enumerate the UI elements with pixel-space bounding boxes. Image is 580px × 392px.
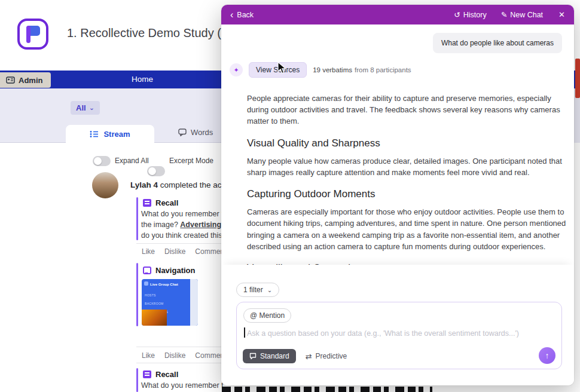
advertising-link[interactable]: Advertising — [180, 220, 221, 229]
back-button[interactable]: ‹ Back — [230, 10, 254, 20]
recall-line: What do you remember f — [141, 210, 230, 218]
post-actions: Like Dislike Comment — [142, 247, 226, 256]
arrow-up-icon: ↑ — [545, 351, 550, 360]
like-button[interactable]: Like — [142, 351, 155, 360]
navigation-title: Navigation — [155, 266, 195, 275]
like-button[interactable]: Like — [142, 247, 155, 256]
filter-all-label: All — [76, 103, 86, 112]
avatar[interactable] — [92, 172, 118, 198]
toggle-knob — [94, 157, 102, 165]
quote-border — [136, 368, 138, 392]
history-icon: ↺ — [454, 10, 460, 19]
question-input-placeholder[interactable]: Ask a question based on your data (e.g.,… — [247, 329, 519, 338]
nav-item-home[interactable]: Home — [132, 75, 153, 84]
thumbnail-photo — [142, 310, 167, 326]
chevron-left-icon: ‹ — [230, 10, 233, 20]
expand-all-label: Expand All — [115, 157, 149, 165]
send-button[interactable]: ↑ — [539, 347, 555, 364]
app-logo[interactable] — [17, 18, 49, 50]
standard-mode-button[interactable]: Standard — [243, 349, 296, 363]
question-input-card[interactable]: @ Mention Ask a question based on your d… — [236, 302, 562, 369]
activity-thumbnail[interactable]: Live Group Chat HOSTS BACKROOM PARTICIPA… — [142, 279, 198, 326]
section-heading: Capturing Outdoor Moments — [247, 188, 573, 200]
new-chat-button[interactable]: ✎ New Chat — [501, 10, 543, 19]
author-action: completed the activ — [158, 180, 230, 189]
sources-meta: 19 verbatims from 8 participants — [313, 66, 411, 74]
recall-line: the image? Advertising W — [141, 220, 230, 229]
toggle-knob — [148, 167, 156, 175]
tab-stream[interactable]: Stream — [66, 125, 154, 143]
recall-line: What do you remember f — [141, 381, 224, 390]
predictive-label: Predictive — [316, 352, 347, 360]
filter-all-dropdown[interactable]: All ⌄ — [71, 101, 100, 115]
feed-author-line: Lylah 4 completed the activ — [130, 180, 230, 189]
standard-label: Standard — [260, 352, 289, 360]
recall-card: Recall What do you remember f the image?… — [143, 198, 230, 240]
thumbnail-title: Live Group Chat — [150, 283, 178, 286]
expand-all-toggle[interactable] — [93, 156, 111, 166]
chat-bubble-icon — [249, 353, 257, 360]
filter-chip-label: 1 filter — [243, 286, 263, 294]
tab-stream-label: Stream — [103, 130, 130, 139]
recall-icon — [143, 199, 151, 207]
predictive-arrows-icon: ⇄ — [306, 352, 312, 361]
admin-label: Admin — [19, 76, 42, 85]
ai-chat-panel: ‹ Back ↺ History ✎ New Chat ✕ What do pe… — [221, 5, 574, 385]
tab-words[interactable]: Words — [178, 128, 213, 137]
page-title: 1. Recollective Demo Study ( — [67, 26, 221, 40]
participant-count: from 8 participants — [355, 66, 411, 74]
tab-words-label: Words — [191, 128, 213, 137]
words-bubble-icon — [178, 128, 187, 136]
recall-title: Recall — [155, 198, 178, 207]
divider — [136, 243, 221, 244]
quote-border — [136, 197, 138, 240]
ai-response-body: People appreciate cameras for their abil… — [247, 87, 573, 265]
response-intro: People appreciate cameras for their abil… — [247, 93, 573, 127]
admin-button[interactable]: Admin — [0, 72, 51, 88]
navigation-icon — [143, 267, 151, 274]
post-actions: Like Dislike Comment — [142, 351, 226, 360]
screen: 1. Recollective Demo Study ( Admin Home … — [0, 0, 580, 392]
predictive-mode-button[interactable]: ⇄ Predictive — [306, 352, 347, 361]
chevron-down-icon: ⌄ — [267, 287, 272, 293]
thumbnail-label: BACKROOM — [145, 302, 164, 305]
excerpt-mode-toggle[interactable] — [147, 166, 165, 176]
ai-sparkle-icon: ✦ — [230, 63, 243, 76]
quote-border — [136, 263, 138, 326]
mouse-cursor-icon — [277, 62, 286, 76]
recall-line: do you think created this — [141, 231, 230, 240]
navigation-card-head: Navigation — [143, 266, 195, 275]
composer-mode-row: Standard ⇄ Predictive — [243, 349, 347, 363]
scrollbar-marker[interactable] — [575, 59, 580, 98]
new-chat-icon: ✎ — [501, 10, 507, 19]
mention-button[interactable]: @ Mention — [243, 308, 291, 323]
chat-composer: 1 filter ⌄ @ Mention Ask a question base… — [221, 265, 574, 385]
recall-icon — [143, 370, 151, 378]
section-body: Cameras are especially important for tho… — [247, 206, 573, 252]
section-heading: Visual Quality and Sharpness — [247, 137, 573, 149]
filter-chip[interactable]: 1 filter ⌄ — [236, 283, 279, 297]
history-button[interactable]: ↺ History — [454, 10, 486, 19]
close-button[interactable]: ✕ — [558, 10, 565, 19]
thumbnail-panel — [190, 279, 198, 326]
user-message-bubble: What do people like about cameras — [433, 33, 562, 53]
recall-title: Recall — [155, 370, 178, 379]
recall-card: Recall What do you remember f — [143, 370, 224, 390]
thumbnail-logo-icon — [144, 281, 148, 286]
dislike-button[interactable]: Dislike — [164, 247, 185, 256]
back-label: Back — [237, 11, 254, 19]
section-body: Many people value how cameras produce cl… — [247, 155, 573, 178]
chat-messages: What do people like about cameras ✦ View… — [221, 24, 574, 265]
admin-badge-icon — [6, 76, 15, 84]
ai-response-toolbar: ✦ View Sources 19 verbatims from 8 parti… — [230, 62, 411, 78]
author-name[interactable]: Lylah 4 — [130, 180, 158, 189]
thumbnail-label: HOSTS — [145, 293, 156, 297]
stream-list-icon — [90, 130, 99, 138]
history-label: History — [463, 11, 487, 19]
dislike-button[interactable]: Dislike — [164, 351, 185, 360]
divider — [136, 347, 221, 347]
new-chat-label: New Chat — [510, 11, 543, 19]
text-caret — [244, 327, 245, 338]
chat-header: ‹ Back ↺ History ✎ New Chat ✕ — [221, 5, 574, 24]
divider — [136, 363, 221, 363]
